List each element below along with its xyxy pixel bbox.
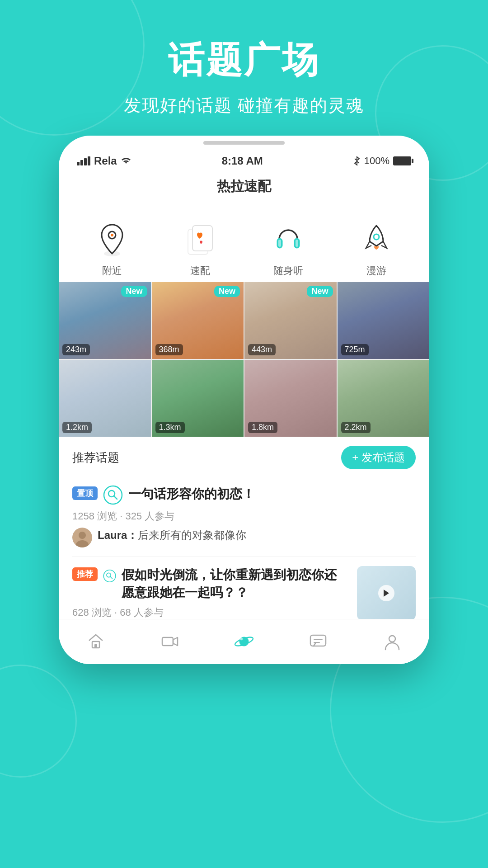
distance-3: 443m [248,344,276,355]
topic-item-1[interactable]: 置顶 一句话形容你的初恋！ 1258 浏览 · 325 人参与 [72,476,416,557]
comment-text-1: Laura：后来所有的对象都像你 [98,528,246,543]
svg-rect-26 [162,637,173,646]
topic-1-title: 一句话形容你的初恋！ [128,485,255,503]
new-badge-1: New [121,286,147,297]
photo-cell-2[interactable]: New 368m [152,282,244,359]
play-button[interactable] [378,585,394,601]
planet-icon [234,632,254,651]
topic-2-header: 推荐 假如时光倒流，让你重新遇到初恋你还愿意跟她在一起吗？？ [72,566,348,601]
bottom-navigation [59,619,429,664]
screen-title: 热拉速配 [59,173,429,205]
svg-point-29 [240,637,243,640]
nav-item-nearby[interactable]: 附近 [92,219,132,278]
topics-header: 推荐话题 + 发布话题 [72,437,416,476]
speed-match-label: 速配 [190,264,210,278]
topic-2-title: 假如时光倒流，让你重新遇到初恋你还愿意跟她在一起吗？？ [122,566,348,601]
svg-rect-25 [94,644,97,648]
signal-bar-3 [84,158,87,165]
photo-cell-8[interactable]: 2.2km [338,360,430,437]
battery-icon [393,156,411,165]
photo-cell-4[interactable]: 725m [338,282,430,359]
battery-percent: 100% [364,155,389,167]
svg-line-20 [110,576,113,579]
page-subtitle: 发现好的话题 碰撞有趣的灵魂 [0,94,488,117]
listen-label: 随身听 [273,264,303,278]
distance-2: 368m [155,344,183,355]
wifi-icon [121,156,131,165]
bottom-nav-planet[interactable] [225,627,263,656]
photo-cell-1[interactable]: New 243m [59,282,151,359]
bottom-nav-home[interactable] [77,627,115,656]
status-bar: Rela 8:18 AM 100% [59,146,429,173]
topic-2-stats: 628 浏览 · 68 人参与 [72,606,348,619]
home-icon [86,632,106,651]
photo-cell-3[interactable]: New 443m [244,282,337,359]
topics-section-title: 推荐话题 [72,450,119,466]
distance-1: 243m [62,344,90,355]
signal-bar-1 [77,162,80,165]
svg-point-16 [79,532,86,539]
signal-bars [77,156,90,165]
topic-2-thumbnail[interactable] [357,566,416,620]
commenter-name-1: Laura： [98,529,138,541]
page-title: 话题广场 [0,36,488,85]
svg-point-12 [104,486,122,504]
signal-bar-4 [88,156,90,165]
svg-point-18 [103,570,116,582]
photo-grid: New 243m New 368m New 443m 725m 1.2km 1.… [59,282,429,437]
svg-line-14 [114,496,117,499]
nav-item-speed-match[interactable]: 速配 [180,219,221,278]
photo-cell-7[interactable]: 1.8km [244,360,337,437]
bluetooth-icon [353,156,361,166]
distance-5: 1.2km [62,422,92,433]
roam-label: 漫游 [366,264,386,278]
nav-item-roam[interactable]: 漫游 [356,219,397,278]
bottom-nav-video[interactable] [151,627,189,656]
distance-8: 2.2km [341,422,371,433]
topic-icon-2 [103,566,116,586]
speed-match-icon [180,219,221,259]
distance-7: 1.8km [248,422,277,433]
bottom-nav-profile[interactable] [373,627,411,656]
publish-topic-button[interactable]: + 发布话题 [341,446,416,469]
new-badge-3: New [307,286,333,297]
svg-point-11 [374,234,379,240]
nearby-label: 附近 [102,264,122,278]
photo-cell-6[interactable]: 1.3km [152,360,244,437]
profile-icon [382,632,402,651]
distance-4: 725m [341,344,369,355]
play-icon [382,589,390,598]
phone-notch [203,141,285,145]
avatar-laura [72,528,92,547]
nearby-icon [92,219,132,259]
status-time: 8:18 AM [222,155,263,167]
status-left: Rela [77,155,131,167]
new-badge-2: New [214,286,240,297]
feature-nav: 附近 速配 [59,205,429,282]
status-right: 100% [353,155,411,167]
header-section: 话题广场 发现好的话题 碰撞有趣的灵魂 [0,0,488,135]
roam-icon [356,219,397,259]
svg-rect-10 [296,240,298,247]
video-icon [160,632,180,651]
carrier-name: Rela [94,155,117,167]
distance-6: 1.3km [155,422,185,433]
bottom-nav-chat[interactable] [299,627,337,656]
nav-item-listen[interactable]: 随身听 [268,219,309,278]
recommended-badge: 推荐 [72,567,98,581]
phone-mockup: Rela 8:18 AM 100% 热拉速配 [59,136,429,664]
signal-bar-2 [80,160,83,165]
svg-rect-9 [278,240,281,247]
chat-icon [308,632,328,651]
svg-point-4 [111,234,113,236]
topic-1-stats: 1258 浏览 · 325 人参与 [72,509,416,523]
photo-cell-5[interactable]: 1.2km [59,360,151,437]
svg-rect-6 [192,226,212,251]
topic-1-header: 置顶 一句话形容你的初恋！ [72,485,416,505]
topic-icon-1 [103,485,123,505]
topic-1-comment: Laura：后来所有的对象都像你 [72,528,416,547]
listen-icon [268,219,309,259]
svg-rect-30 [310,635,326,646]
pinned-badge: 置顶 [72,486,98,500]
svg-point-33 [389,636,395,642]
